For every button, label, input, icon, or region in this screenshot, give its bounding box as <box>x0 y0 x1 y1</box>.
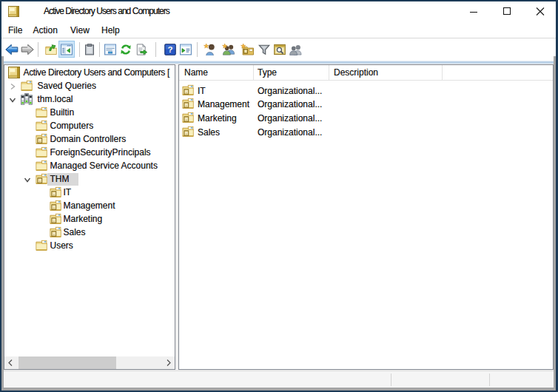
svg-text:?: ? <box>167 45 172 54</box>
